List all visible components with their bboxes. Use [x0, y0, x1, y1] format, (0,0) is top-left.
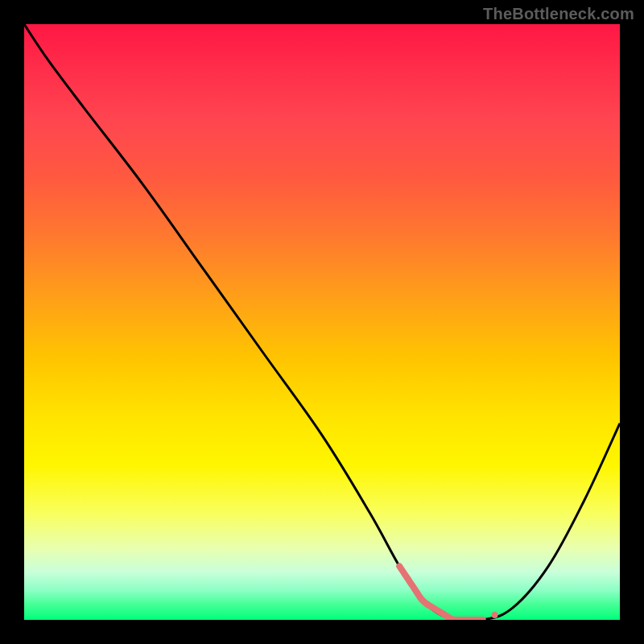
highlight-layer [24, 24, 620, 620]
highlight-left-segment [399, 566, 427, 604]
chart-stage: TheBottleneck.com [0, 0, 644, 644]
plot-area [24, 24, 620, 620]
highlight-dot [492, 612, 498, 618]
highlight-flat-segment [427, 605, 457, 620]
watermark-text: TheBottleneck.com [483, 5, 634, 23]
